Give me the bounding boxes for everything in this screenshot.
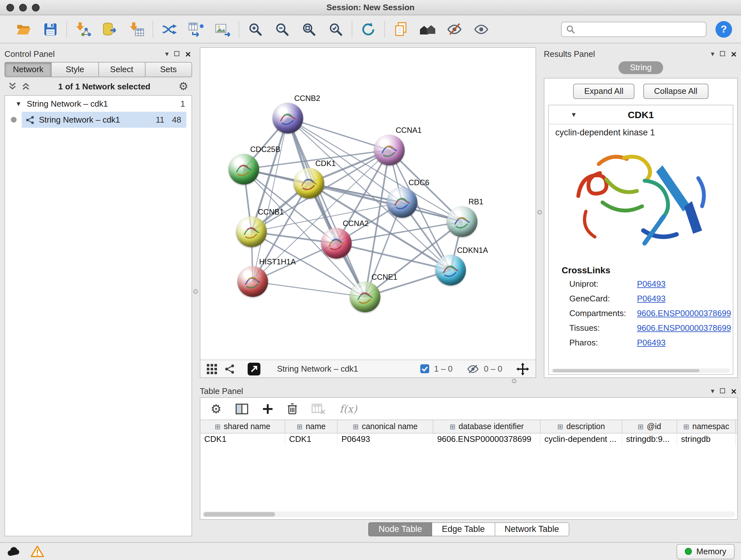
export-view-button[interactable] (248, 362, 260, 375)
selected-checkbox-icon[interactable] (420, 364, 429, 374)
panel-close-icon[interactable]: × (731, 386, 737, 395)
gear-icon[interactable]: ⚙ (179, 81, 189, 91)
panel-menu-icon[interactable]: ▾ (711, 50, 714, 58)
new-network-button[interactable] (159, 19, 179, 39)
minimize-window-button[interactable] (19, 3, 27, 11)
delete-table-icon[interactable] (312, 403, 326, 414)
panel-float-icon[interactable] (720, 51, 725, 56)
zoom-out-button[interactable] (273, 19, 292, 39)
network-from-table-button[interactable] (186, 19, 205, 39)
search-box[interactable] (561, 21, 706, 37)
panel-menu-icon[interactable]: ▾ (711, 387, 714, 395)
collapse-all-button[interactable]: Collapse All (643, 84, 709, 99)
network-canvas[interactable]: CCNB2CCNA1CDC25BCDK1CDC6RB1CCNB1CCNA2CDK… (200, 48, 536, 360)
cloud-icon[interactable] (6, 546, 22, 557)
crosslink-value-link[interactable]: P06493 (637, 279, 666, 289)
column-header-name[interactable]: ⊞name (285, 420, 338, 433)
table-cell[interactable]: P06493 (338, 434, 433, 446)
table-horizontal-scrollbar[interactable] (202, 511, 735, 517)
memory-button[interactable]: Memory (677, 544, 735, 559)
table-cell[interactable]: stringdb:9... (622, 434, 677, 446)
crosslink-value-link[interactable]: P06493 (637, 338, 666, 348)
crosslink-value-link[interactable]: 9606.ENSP00000378699 (637, 308, 731, 318)
table-cell[interactable]: stringdb (677, 434, 736, 446)
disclosure-triangle-icon[interactable]: ▼ (570, 111, 577, 118)
network-collection-row[interactable]: ▼ String Network – cdk1 1 (5, 96, 192, 112)
panel-menu-icon[interactable]: ▾ (165, 50, 169, 58)
save-session-button[interactable] (41, 19, 60, 39)
table-cell[interactable]: 9606.ENSP00000378699 (433, 434, 541, 446)
panel-close-icon[interactable]: × (185, 49, 191, 58)
column-header-canonical-name[interactable]: ⊞canonical name (338, 420, 433, 433)
zoom-selected-button[interactable] (326, 19, 345, 39)
network-node-rb1[interactable] (447, 206, 477, 237)
add-column-icon[interactable] (262, 403, 273, 414)
hidden-eye-icon[interactable] (467, 364, 479, 373)
refresh-button[interactable] (359, 19, 378, 39)
network-node-cdkn1a[interactable] (435, 255, 466, 286)
expand-all-icon[interactable] (22, 82, 30, 91)
tab-style[interactable]: Style (52, 62, 99, 77)
warning-icon[interactable] (30, 545, 44, 557)
tab-string[interactable]: String (618, 61, 663, 74)
zoom-in-button[interactable] (246, 19, 265, 39)
import-table-button[interactable] (127, 19, 146, 39)
network-node-ccnb1[interactable] (236, 216, 267, 247)
column-header--id[interactable]: ⊞@id (622, 420, 677, 433)
crosshair-icon[interactable] (516, 362, 529, 375)
birdseye-icon[interactable] (225, 364, 235, 374)
gear-icon[interactable]: ⚙ (211, 402, 221, 415)
table-cell[interactable]: CDK1 (285, 434, 338, 446)
help-button[interactable]: ? (716, 21, 732, 37)
collapse-all-icon[interactable] (8, 82, 17, 91)
table-cell[interactable]: cyclin-dependent ... (541, 434, 622, 446)
tab-network[interactable]: Network (4, 62, 52, 77)
crosslink-value-link[interactable]: 9606.ENSP00000378699 (637, 323, 731, 333)
right-splitter[interactable] (536, 47, 544, 378)
close-window-button[interactable] (6, 3, 14, 11)
table-splitter[interactable] (200, 378, 738, 384)
network-node-ccna2[interactable] (321, 228, 352, 259)
search-input[interactable] (579, 24, 701, 34)
panel-close-icon[interactable]: × (731, 49, 737, 58)
crosslink-value-link[interactable]: P06493 (637, 294, 666, 303)
hide-annotations-button[interactable] (445, 19, 464, 39)
show-graphics-button[interactable] (472, 19, 491, 39)
maximize-window-button[interactable] (32, 3, 40, 11)
trash-icon[interactable] (287, 403, 297, 415)
tab-node-table[interactable]: Node Table (368, 522, 432, 537)
network-node-hist1h1a[interactable] (238, 266, 268, 297)
copy-button[interactable] (391, 19, 410, 39)
table-cell[interactable]: CDK1 (200, 434, 285, 446)
import-network-database-button[interactable] (100, 19, 119, 39)
tab-edge-table[interactable]: Edge Table (432, 522, 495, 537)
expand-all-button[interactable]: Expand All (574, 84, 634, 99)
network-node-cdc6[interactable] (387, 187, 417, 218)
tab-sets[interactable]: Sets (145, 62, 192, 77)
network-row[interactable]: String Network – cdk1 11 48 (5, 112, 192, 128)
network-node-ccne1[interactable] (350, 282, 381, 312)
column-header-description[interactable]: ⊞description (541, 420, 622, 433)
home-button[interactable] (418, 19, 437, 39)
tab-network-table[interactable]: Network Table (495, 522, 569, 537)
panel-float-icon[interactable] (720, 388, 725, 393)
column-header-namespac[interactable]: ⊞namespac (677, 420, 736, 433)
open-session-button[interactable] (14, 19, 33, 39)
grid-view-icon[interactable] (207, 364, 217, 374)
disclosure-triangle-icon[interactable]: ▼ (15, 100, 22, 107)
network-node-ccna1[interactable] (374, 135, 405, 165)
export-image-button[interactable] (213, 19, 232, 39)
table-row[interactable]: CDK1CDK1P064939606.ENSP00000378699cyclin… (200, 434, 737, 446)
network-node-cdc25b[interactable] (228, 154, 259, 185)
function-builder-button[interactable]: f(x) (340, 402, 357, 415)
left-splitter[interactable] (192, 47, 200, 537)
network-node-ccnb2[interactable] (273, 103, 303, 133)
column-header-database-identifier[interactable]: ⊞database identifier (433, 420, 541, 433)
results-scrollbar[interactable] (551, 368, 730, 373)
columns-icon[interactable] (235, 403, 248, 414)
tab-select[interactable]: Select (98, 62, 145, 77)
column-header-shared-name[interactable]: ⊞shared name (200, 420, 285, 433)
panel-float-icon[interactable] (174, 51, 179, 56)
zoom-fit-button[interactable] (299, 19, 319, 39)
import-network-file-button[interactable] (73, 19, 92, 39)
